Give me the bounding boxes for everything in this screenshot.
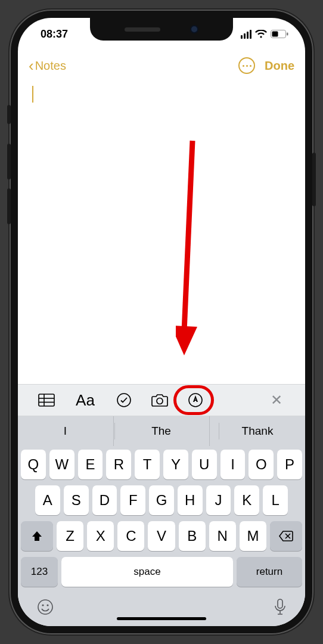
- key-return[interactable]: return: [237, 557, 302, 587]
- key-x[interactable]: X: [87, 521, 114, 551]
- key-u[interactable]: U: [192, 450, 217, 479]
- close-toolbar-button[interactable]: ✕: [259, 385, 294, 416]
- note-editor[interactable]: [18, 81, 305, 384]
- battery-icon: [271, 30, 288, 38]
- keyboard-row-4: 123 space return: [21, 557, 302, 587]
- suggestion-3[interactable]: Thank: [209, 416, 305, 446]
- key-m[interactable]: M: [240, 521, 266, 551]
- svg-line-3: [184, 141, 192, 332]
- key-e[interactable]: E: [78, 450, 103, 479]
- key-a[interactable]: A: [35, 485, 60, 515]
- key-o[interactable]: O: [249, 450, 274, 479]
- svg-point-14: [46, 604, 48, 606]
- key-numeric[interactable]: 123: [21, 557, 58, 587]
- key-j[interactable]: J: [206, 485, 231, 515]
- key-l[interactable]: L: [263, 485, 288, 515]
- key-r[interactable]: R: [106, 450, 131, 479]
- key-shift[interactable]: [21, 521, 53, 551]
- back-button[interactable]: ‹ Notes: [29, 58, 66, 73]
- key-backspace[interactable]: [270, 521, 302, 551]
- key-i[interactable]: I: [220, 450, 246, 479]
- key-y[interactable]: Y: [163, 450, 188, 479]
- key-w[interactable]: W: [49, 450, 74, 479]
- svg-rect-1: [272, 32, 278, 37]
- key-s[interactable]: S: [64, 485, 89, 515]
- table-button[interactable]: [29, 385, 64, 416]
- cellular-signal-icon: [241, 30, 251, 39]
- nav-bar: ‹ Notes Done: [18, 50, 305, 81]
- key-q[interactable]: Q: [21, 450, 46, 479]
- tutorial-arrow-annotation: [176, 135, 223, 364]
- home-indicator[interactable]: [117, 617, 206, 620]
- formatting-toolbar: Aa ✕: [18, 384, 305, 416]
- svg-rect-2: [287, 33, 288, 36]
- svg-rect-15: [278, 599, 282, 608]
- key-c[interactable]: C: [117, 521, 144, 551]
- back-label: Notes: [35, 59, 66, 73]
- text-format-button[interactable]: Aa: [64, 385, 106, 416]
- dictation-button[interactable]: [274, 598, 287, 618]
- key-n[interactable]: N: [209, 521, 236, 551]
- markup-button[interactable]: [178, 385, 213, 416]
- more-options-button[interactable]: [238, 57, 255, 74]
- status-time: 08:37: [41, 28, 68, 41]
- svg-point-13: [42, 604, 44, 606]
- keyboard-row-1: Q W E R T Y U I O P: [21, 450, 302, 479]
- key-t[interactable]: T: [135, 450, 160, 479]
- wifi-icon: [255, 30, 267, 39]
- emoji-button[interactable]: [36, 598, 54, 618]
- key-g[interactable]: G: [149, 485, 174, 515]
- text-cursor: [32, 86, 33, 103]
- keyboard-suggestions: I The Thank: [18, 416, 305, 446]
- done-button[interactable]: Done: [265, 59, 294, 73]
- suggestion-2[interactable]: The: [113, 416, 209, 446]
- svg-point-12: [38, 600, 52, 614]
- key-b[interactable]: B: [179, 521, 206, 551]
- key-v[interactable]: V: [148, 521, 175, 551]
- svg-point-10: [157, 398, 163, 404]
- key-d[interactable]: D: [92, 485, 117, 515]
- keyboard: Q W E R T Y U I O P A S D F G H J K L: [18, 446, 305, 626]
- keyboard-row-2: A S D F G H J K L: [21, 485, 302, 515]
- key-h[interactable]: H: [178, 485, 203, 515]
- key-f[interactable]: F: [120, 485, 145, 515]
- svg-marker-4: [176, 326, 197, 355]
- checklist-button[interactable]: [106, 385, 142, 416]
- svg-point-9: [117, 394, 131, 407]
- chevron-left-icon: ‹: [29, 58, 34, 73]
- key-space[interactable]: space: [61, 557, 233, 587]
- camera-button[interactable]: [142, 385, 178, 416]
- suggestion-1[interactable]: I: [18, 416, 113, 446]
- svg-rect-5: [39, 394, 54, 406]
- key-z[interactable]: Z: [57, 521, 83, 551]
- key-p[interactable]: P: [277, 450, 302, 479]
- key-k[interactable]: K: [234, 485, 259, 515]
- keyboard-row-3: Z X C V B N M: [21, 521, 302, 551]
